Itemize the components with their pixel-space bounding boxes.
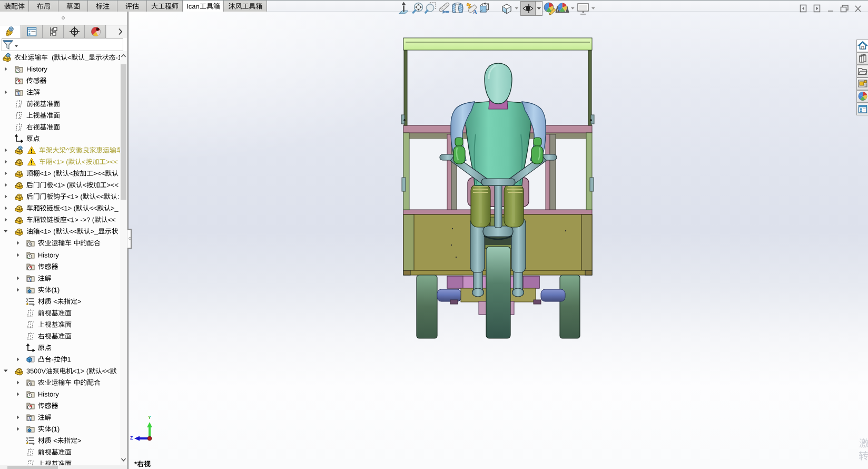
svg-text:A: A bbox=[472, 8, 477, 16]
